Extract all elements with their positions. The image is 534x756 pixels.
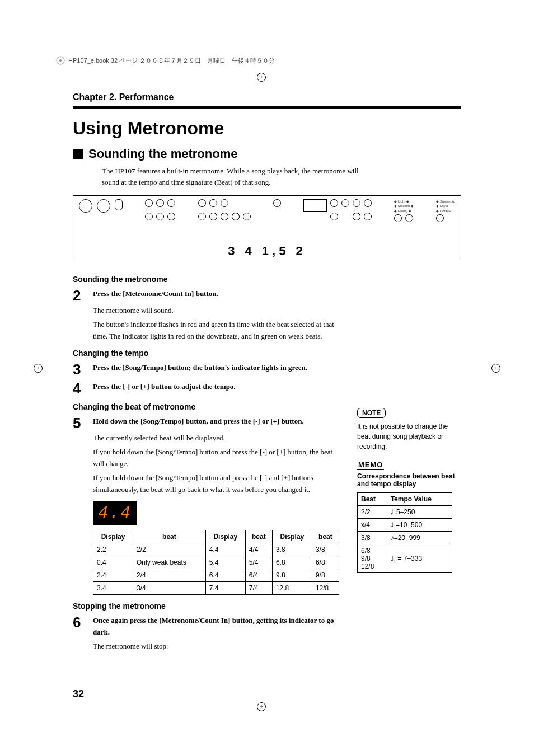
table-row: x/4♩ =10–500 bbox=[358, 519, 452, 532]
svg-point-1 bbox=[59, 59, 62, 62]
memo-heading: Correspondence between beat and tempo di… bbox=[357, 472, 461, 488]
step-6-lead: Once again press the [Metronome/Count In… bbox=[93, 616, 334, 636]
table-row: 3.43/47.47/412.812/8 bbox=[93, 582, 339, 595]
step-5-lead: Hold down the [Song/Tempo] button, and p… bbox=[93, 417, 304, 425]
step-2-lead: Press the [Metronome/Count In] button. bbox=[93, 289, 218, 298]
subheading-sounding: Sounding the metronome bbox=[73, 275, 341, 284]
section-heading: Sounding the metronome bbox=[88, 147, 237, 161]
page-header: HP107_e.book 32 ページ ２００５年７月２５日 月曜日 午後４時５… bbox=[56, 56, 478, 65]
tempo-table: BeatTempo Value 2/2𝅗𝅥 =5–250x/4♩ =10–500… bbox=[357, 492, 452, 573]
header-text: HP107_e.book 32 ページ ２００５年７月２５日 月曜日 午後４時５… bbox=[68, 57, 275, 65]
table-header: beat bbox=[312, 530, 339, 543]
note-label: NOTE bbox=[357, 408, 386, 418]
table-header: Tempo Value bbox=[387, 493, 452, 506]
step-number-4: 4 bbox=[73, 381, 93, 396]
subheading-stopping: Stopping the metronome bbox=[73, 602, 341, 611]
table-row: 0.4Only weak beats5.45/46.86/8 bbox=[93, 556, 339, 569]
page-title: Using Metronome bbox=[73, 118, 461, 139]
crop-mark-bottom: + bbox=[257, 702, 266, 711]
diagram-callouts: 3 4 1,5 2 bbox=[73, 242, 461, 259]
note-text: It is not possible to change the beat du… bbox=[357, 421, 461, 452]
memo-label: MEMO bbox=[357, 461, 384, 470]
beat-table: DisplaybeatDisplaybeatDisplaybeat 2.22/2… bbox=[93, 530, 339, 595]
subheading-tempo: Changing the tempo bbox=[73, 349, 341, 358]
crop-mark-top: + bbox=[257, 73, 266, 82]
h2-bullet bbox=[73, 149, 83, 159]
step-4-lead: Press the [-] or [+] button to adjust th… bbox=[93, 382, 236, 391]
step-number-6: 6 bbox=[73, 615, 93, 638]
table-row: 3/8♪=20–999 bbox=[358, 532, 452, 544]
step-5-body-2: If you hold down the [Song/Tempo] button… bbox=[93, 447, 341, 470]
table-header: Beat bbox=[358, 493, 387, 506]
control-panel-diagram: ◆ Light ◆◆ Medium ◆◆ Heavy ◆ ◆ Sostenuto… bbox=[73, 195, 461, 258]
step-number-5: 5 bbox=[73, 416, 93, 430]
crop-mark-right: + bbox=[491, 364, 500, 373]
step-2-body-1: The metronome will sound. bbox=[93, 305, 341, 317]
step-6-body-1: The metronome will stop. bbox=[93, 641, 341, 652]
table-row: 2/2𝅗𝅥 =5–250 bbox=[358, 506, 452, 519]
step-5-body-3: If you hold down the [Song/Tempo] button… bbox=[93, 472, 341, 496]
step-number-2: 2 bbox=[73, 288, 93, 303]
table-header: beat bbox=[245, 530, 272, 543]
intro-text: The HP107 features a built-in metronome.… bbox=[102, 166, 359, 187]
chapter-title: Chapter 2. Performance bbox=[73, 92, 461, 102]
step-3-lead: Press the [Song/Tempo] button; the butto… bbox=[93, 363, 307, 372]
step-5-body-1: The currently selected beat will be disp… bbox=[93, 433, 341, 444]
table-row: 2.42/46.46/49.89/8 bbox=[93, 569, 339, 582]
step-number-3: 3 bbox=[73, 362, 93, 377]
table-header: Display bbox=[205, 530, 245, 543]
table-header: Display bbox=[272, 530, 312, 543]
subheading-beat: Changing the beat of metronome bbox=[73, 402, 341, 411]
crop-mark-left: + bbox=[34, 364, 43, 373]
table-header: Display bbox=[93, 530, 133, 543]
page-number: 32 bbox=[73, 688, 84, 700]
table-row: 2.22/24.44/43.83/8 bbox=[93, 543, 339, 556]
heading-rule bbox=[73, 106, 461, 109]
table-header: beat bbox=[133, 530, 206, 543]
table-row: 6/8 9/8 12/8♩. = 7–333 bbox=[358, 544, 452, 573]
book-icon bbox=[56, 56, 65, 65]
step-2-body-2: The button's indicator flashes in red an… bbox=[93, 319, 341, 342]
seven-segment-display: 4.4 bbox=[93, 501, 137, 525]
